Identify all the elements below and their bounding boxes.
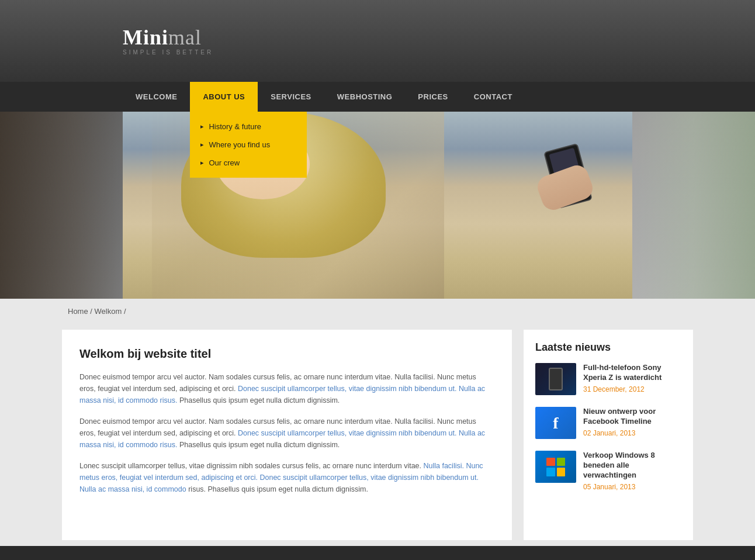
main-card: Welkom bij website titel Donec euismod t… — [62, 330, 512, 540]
hero-right-blur — [632, 112, 755, 299]
breadcrumb-welkom[interactable]: Welkom — [95, 307, 122, 316]
phone-icon — [535, 363, 576, 395]
nav-bar: WELCOME ABOUT US History & future Where … — [0, 82, 755, 112]
link-1[interactable]: Donec suscipit ullamcorper tellus, vitae… — [79, 385, 485, 405]
news-title-3[interactable]: Verkoop Windows 8 beneden alle verwachti… — [583, 451, 681, 481]
dropdown-where[interactable]: Where you find us — [190, 136, 307, 154]
link-2[interactable]: Donec suscipit ullamcorper tellus, vitae… — [79, 429, 485, 449]
nav-about-us[interactable]: ABOUT US — [190, 82, 258, 112]
logo-text: Minimal — [123, 27, 213, 48]
news-item-1: Full-hd-telefoon Sony Xperia Z is waterd… — [535, 363, 681, 395]
news-thumb-1 — [535, 363, 576, 395]
main-para-1: Donec euismod tempor arcu vel auctor. Na… — [79, 371, 494, 406]
news-content-3: Verkoop Windows 8 beneden alle verwachti… — [583, 451, 681, 491]
main-para-2: Donec euismod tempor arcu vel auctor. Na… — [79, 416, 494, 451]
link-3[interactable]: Nulla facilisi. Nunc metus eros, feugiat… — [79, 462, 483, 493]
news-thumb-2: f — [535, 407, 576, 439]
news-title-1[interactable]: Full-hd-telefoon Sony Xperia Z is waterd… — [583, 363, 681, 383]
news-item-3: Verkoop Windows 8 beneden alle verwachti… — [535, 451, 681, 491]
news-item-2: f Nieuw ontwerp voor Facebook Timeline 0… — [535, 407, 681, 439]
facebook-icon: f — [535, 407, 576, 439]
nav-webhosting[interactable]: WEBHOSTING — [324, 82, 406, 112]
hero-left-blur — [0, 112, 123, 299]
news-date-2: 02 Januari, 2013 — [583, 429, 681, 437]
top-bar: Minimal SIMPLE IS BETTER — [0, 0, 755, 82]
breadcrumb-home[interactable]: Home — [68, 307, 88, 316]
content-bg: Home / Welkom / Welkom bij website titel… — [0, 299, 755, 546]
dropdown-crew[interactable]: Our crew — [190, 154, 307, 172]
logo[interactable]: Minimal SIMPLE IS BETTER — [123, 27, 213, 56]
dropdown-history[interactable]: History & future — [190, 117, 307, 136]
sidebar-title: Laatste nieuws — [535, 341, 681, 354]
news-date-3: 05 Januari, 2013 — [583, 483, 681, 491]
nav-services[interactable]: SERVICES — [258, 82, 324, 112]
hero-banner — [0, 112, 755, 299]
nav-prices[interactable]: PRICES — [405, 82, 460, 112]
nav-contact[interactable]: CONTACT — [461, 82, 525, 112]
content-section: Welkom bij website titel Donec euismod t… — [62, 324, 693, 546]
news-thumb-3 — [535, 451, 576, 483]
logo-tagline: SIMPLE IS BETTER — [123, 49, 213, 56]
main-para-3: Lonec suscipit ullamcorper tellus, vitae… — [79, 460, 494, 495]
breadcrumb: Home / Welkom / — [62, 299, 693, 324]
news-title-2[interactable]: Nieuw ontwerp voor Facebook Timeline — [583, 407, 681, 427]
news-content-2: Nieuw ontwerp voor Facebook Timeline 02 … — [583, 407, 681, 437]
news-content-1: Full-hd-telefoon Sony Xperia Z is waterd… — [583, 363, 681, 393]
windows-icon — [535, 451, 576, 483]
nav-about-wrap: ABOUT US History & future Where you find… — [190, 82, 258, 112]
news-date-1: 31 December, 2012 — [583, 385, 681, 393]
nav-welcome[interactable]: WELCOME — [123, 82, 190, 112]
footer — [0, 546, 755, 560]
nav-dropdown: History & future Where you find us Our c… — [190, 112, 307, 178]
sidebar-card: Laatste nieuws Full-hd-telefoon Sony Xpe… — [524, 330, 693, 540]
main-title: Welkom bij website titel — [79, 347, 494, 361]
